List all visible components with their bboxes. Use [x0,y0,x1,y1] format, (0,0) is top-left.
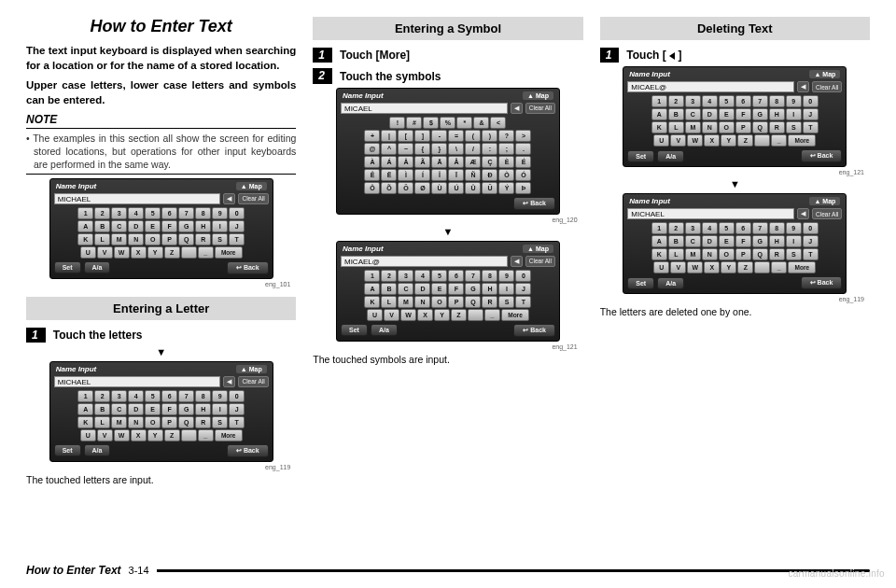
kbd-back-button: ↩ Back [801,276,843,289]
image-caption: eng_119 [600,296,864,302]
step-row: 1 Touch [More] [313,48,582,63]
kbd-key-grid: 1234567890 ABCDEFGHIJ KLMNOPQRST UVWXYZ_… [341,270,555,321]
kbd-back-button: ↩ Back [227,444,269,457]
image-caption: eng_121 [313,343,577,350]
keyboard-screenshot-symbols: Name Input ▲ Map MICAEL ◀ Clear All !#$%… [336,88,560,215]
section-heading-deleting-text: Deleting Text [600,17,870,40]
step-number-2: 2 [313,68,332,83]
image-caption: eng_121 [600,169,864,175]
kbd-text-field: MICAEL [341,103,508,114]
kbd-backspace-button: ◀ [797,208,809,219]
kbd-clear-all-button: Clear All [525,256,555,267]
step-row: 2 Touch the symbols [313,68,582,83]
kbd-map-button: ▲ Map [236,365,267,373]
kbd-title: Name Input [629,197,670,205]
kbd-set-button: Set [627,150,654,162]
keyboard-screenshot: Name Input ▲ Map MICHAEL ◀ Clear All 123… [49,178,273,279]
kbd-back-button: ↩ Back [513,324,555,337]
kbd-map-button: ▲ Map [236,182,267,190]
keyboard-screenshot: Name Input ▲ Map MICAEL@ ◀ Clear All 123… [336,241,560,342]
kbd-title: Name Input [56,182,97,190]
step-number-1: 1 [313,48,332,63]
step-text: Touch the symbols [340,70,441,83]
kbd-title: Name Input [343,245,384,253]
footer-page-number: 3-14 [129,565,149,576]
kbd-text-field: MICHAEL [54,193,221,204]
note-rule-bottom [26,174,296,175]
keyboard-screenshot: Name Input ▲ Map MICHAEL ◀ Clear All 123… [49,361,273,462]
kbd-title: Name Input [56,365,97,373]
kbd-backspace-button: ◀ [223,193,235,204]
kbd-set-button: Set [627,277,654,289]
intro-paragraph-2: Upper case letters, lower case letters a… [26,78,296,107]
kbd-clear-all-button: Clear All [238,193,268,204]
note-text: The examples in this section all show th… [33,133,296,170]
kbd-case-button: A/a [657,277,684,289]
image-caption: eng_120 [313,217,577,223]
kbd-text-field: MICHAEL [54,376,221,387]
kbd-text-field: MICAEL@ [627,81,794,92]
kbd-key-grid: 1234567890 ABCDEFGHIJ KLMNOPQRST UVWXYZ_… [627,95,842,147]
kbd-clear-all-button: Clear All [238,376,268,387]
keyboard-screenshot: Name Input ▲ Map MICAEL@ ◀ Clear All 123… [623,66,847,167]
kbd-set-button: Set [54,261,81,273]
note-label: NOTE [26,113,296,126]
result-text: The touched symbols are input. [313,354,582,365]
kbd-back-button: ↩ Back [801,149,843,162]
kbd-clear-all-button: Clear All [812,81,842,92]
step-number-1: 1 [26,328,46,343]
note-rule-top [26,128,296,129]
down-arrow-icon: ▼ [313,226,582,237]
intro-paragraph-1: The text input keyboard is displayed whe… [26,44,296,73]
watermark: carmanualsonline.info [788,568,885,579]
kbd-backspace-button: ◀ [797,81,809,92]
kbd-backspace-button: ◀ [511,103,523,114]
step-text: Touch [More] [340,49,410,62]
kbd-backspace-button: ◀ [223,376,235,387]
kbd-case-button: A/a [657,150,684,162]
image-caption: eng_119 [26,464,290,470]
kbd-clear-all-button: Clear All [812,208,842,219]
column-2: Entering a Symbol 1 Touch [More] 2 Touch… [313,17,582,485]
kbd-back-button: ↩ Back [513,197,555,210]
kbd-key-grid: 1234567890 ABCDEFGHIJ KLMNOPQRST UVWXYZ_… [54,390,269,441]
note-body: • The examples in this section all show … [26,132,296,172]
page-footer: How to Enter Text 3-14 [26,564,870,577]
kbd-backspace-button: ◀ [511,256,523,267]
kbd-set-button: Set [54,444,81,456]
step-text: Touch the letters [53,329,143,342]
kbd-text-field: MICAEL@ [341,256,508,267]
kbd-key-grid: 1234567890 ABCDEFGHIJ KLMNOPQRST UVWXYZ_… [627,222,842,273]
kbd-back-button: ↩ Back [227,261,269,274]
page-title: How to Enter Text [26,17,296,36]
kbd-map-button: ▲ Map [809,197,840,205]
column-3: Deleting Text 1 Touch [ ] Name Input ▲ M… [600,17,870,485]
section-heading-entering-letter: Entering a Letter [26,297,296,320]
kbd-text-field: MICHAEL [627,208,794,219]
kbd-map-button: ▲ Map [523,91,553,100]
result-text: The letters are deleted one by one. [600,306,870,317]
note-bullet: • [26,133,30,144]
footer-rule [157,569,870,572]
kbd-title: Name Input [629,70,670,78]
kbd-set-button: Set [341,324,368,336]
down-arrow-icon: ▼ [26,346,296,357]
step-row: 1 Touch the letters [26,328,296,343]
kbd-case-button: A/a [371,324,398,336]
result-text: The touched letters are input. [26,474,296,485]
kbd-key-grid: !#$%*&< +|[]-=()?> @^~{}\/:;. ÀÁÂÃÄÅÆÇÈÉ… [341,117,555,194]
section-heading-entering-symbol: Entering a Symbol [313,17,582,40]
kbd-case-button: A/a [84,444,111,456]
image-caption: eng_101 [26,281,290,287]
footer-title: How to Enter Text [26,564,121,577]
step-number-1: 1 [600,48,620,63]
down-arrow-icon: ▼ [600,178,870,189]
kbd-case-button: A/a [84,261,111,273]
keyboard-screenshot: Name Input ▲ Map MICHAEL ◀ Clear All 123… [623,193,847,294]
step-row: 1 Touch [ ] [600,48,870,63]
kbd-clear-all-button: Clear All [525,103,555,114]
column-1: How to Enter Text The text input keyboar… [26,17,296,485]
kbd-key-grid: 1234567890 ABCDEFGHIJ KLMNOPQRST UVWXYZ_… [54,207,269,259]
kbd-map-button: ▲ Map [809,70,840,78]
kbd-map-button: ▲ Map [523,245,553,253]
